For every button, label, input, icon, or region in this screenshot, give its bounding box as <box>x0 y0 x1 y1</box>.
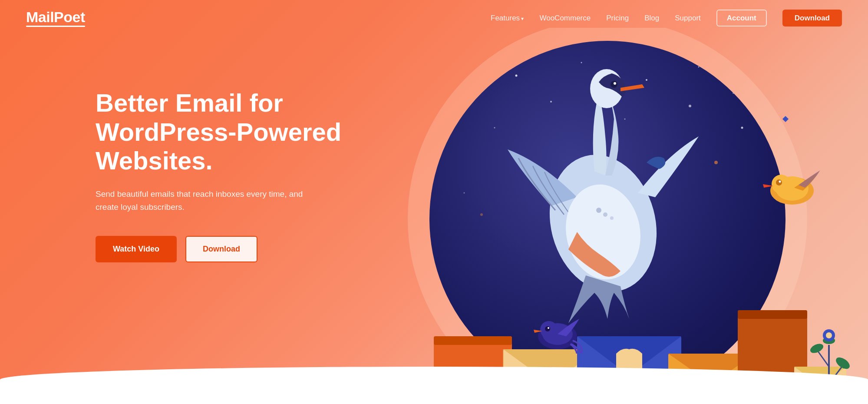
diamond-decoration <box>781 115 790 123</box>
nav-links: Features WooCommerce Pricing Blog Suppor… <box>491 14 842 23</box>
svg-rect-58 <box>782 116 789 122</box>
svg-point-53 <box>834 355 851 371</box>
hero-illustration: W <box>377 28 868 404</box>
svg-point-34 <box>548 327 549 329</box>
svg-point-19 <box>603 212 607 217</box>
small-bird-left <box>529 310 586 354</box>
svg-point-20 <box>610 216 614 220</box>
navbar: MailPoet Features WooCommerce Pricing Bl… <box>0 0 868 36</box>
small-bird-right <box>759 162 825 210</box>
svg-point-54 <box>809 342 825 355</box>
svg-rect-22 <box>434 336 512 345</box>
nav-blog[interactable]: Blog <box>644 14 659 22</box>
hero-text: Better Email for WordPress-Powered Websi… <box>96 63 356 262</box>
nav-features[interactable]: Features <box>491 14 524 22</box>
logo[interactable]: MailPoet <box>26 10 85 27</box>
hero-title: Better Email for WordPress-Powered Websi… <box>96 89 356 176</box>
svg-point-57 <box>826 332 832 338</box>
svg-point-39 <box>779 181 781 183</box>
hero-subtitle: Send beautiful emails that reach inboxes… <box>96 188 304 214</box>
svg-point-38 <box>776 179 782 185</box>
hero-section: Better Email for WordPress-Powered Websi… <box>0 36 868 404</box>
nav-download-button[interactable]: Download <box>782 10 842 26</box>
download-button[interactable]: Download <box>185 236 257 262</box>
nav-account[interactable]: Account <box>716 10 767 26</box>
svg-point-18 <box>596 208 601 213</box>
nav-pricing[interactable]: Pricing <box>606 14 629 22</box>
svg-rect-28 <box>738 310 807 319</box>
nav-woocommerce[interactable]: WooCommerce <box>539 14 591 22</box>
bottom-wave <box>0 367 868 404</box>
svg-point-17 <box>614 82 616 85</box>
nav-support[interactable]: Support <box>675 14 701 22</box>
svg-line-51 <box>818 351 829 367</box>
hero-buttons: Watch Video Download <box>96 236 356 262</box>
watch-video-button[interactable]: Watch Video <box>96 236 177 262</box>
logo-underline <box>26 26 85 27</box>
svg-point-33 <box>545 326 550 331</box>
